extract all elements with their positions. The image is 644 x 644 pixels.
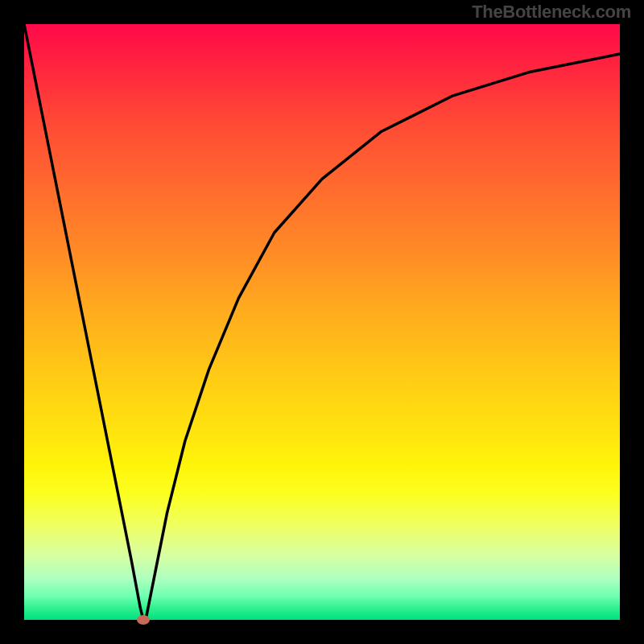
chart-curve: [24, 24, 620, 620]
watermark-text: TheBottleneck.com: [472, 2, 631, 23]
chart-marker-dot: [137, 615, 150, 625]
chart-plot-area: [24, 24, 620, 620]
